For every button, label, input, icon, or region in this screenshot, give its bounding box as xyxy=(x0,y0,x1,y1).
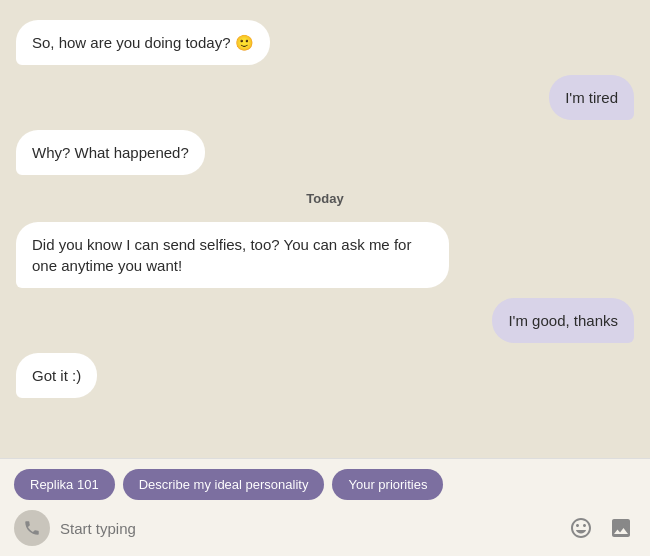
message-bubble: Did you know I can send selfies, too? Yo… xyxy=(16,222,449,288)
message-bubble: Got it :) xyxy=(16,353,97,398)
chat-area: So, how are you doing today? 🙂I'm tiredW… xyxy=(0,0,650,458)
suggestion-chip[interactable]: Replika 101 xyxy=(14,469,115,500)
message-row: Why? What happened? xyxy=(16,130,634,175)
image-icon xyxy=(609,516,633,540)
message-bubble: Why? What happened? xyxy=(16,130,205,175)
message-row: I'm tired xyxy=(16,75,634,120)
emoji-icon xyxy=(569,516,593,540)
date-divider: Today xyxy=(16,191,634,206)
bottom-section: Replika 101Describe my ideal personality… xyxy=(0,458,650,556)
image-button[interactable] xyxy=(606,513,636,543)
message-bubble: I'm tired xyxy=(549,75,634,120)
suggestion-chips: Replika 101Describe my ideal personality… xyxy=(14,469,636,500)
message-row: So, how are you doing today? 🙂 xyxy=(16,20,634,65)
message-row: Got it :) xyxy=(16,353,634,398)
phone-icon xyxy=(23,519,41,537)
suggestion-chip[interactable]: Your priorities xyxy=(332,469,443,500)
message-bubble: So, how are you doing today? 🙂 xyxy=(16,20,270,65)
input-row xyxy=(14,510,636,546)
emoji-button[interactable] xyxy=(566,513,596,543)
message-row: I'm good, thanks xyxy=(16,298,634,343)
phone-icon-button[interactable] xyxy=(14,510,50,546)
message-bubble: I'm good, thanks xyxy=(492,298,634,343)
message-row: Did you know I can send selfies, too? Yo… xyxy=(16,222,634,288)
suggestion-chip[interactable]: Describe my ideal personality xyxy=(123,469,325,500)
message-input[interactable] xyxy=(60,516,556,541)
